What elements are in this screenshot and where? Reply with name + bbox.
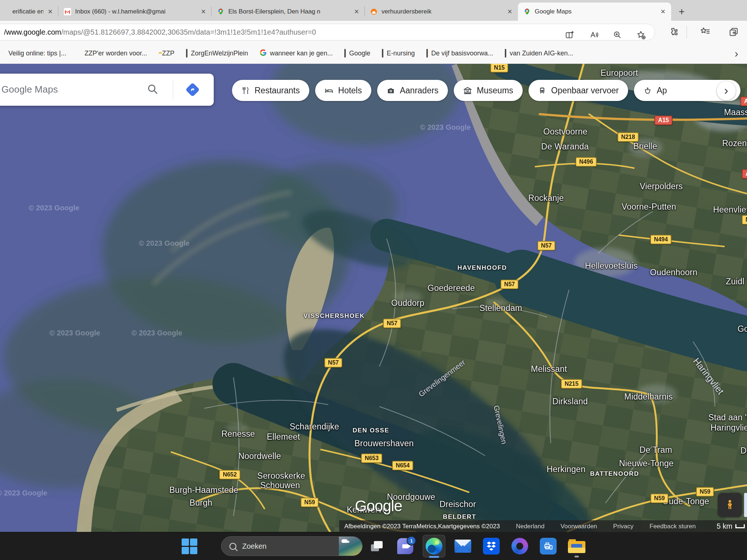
bookmark-zzp-er-worden-voor-[interactable]: ZZP'er worden voor...	[78, 50, 147, 57]
url-bar[interactable]: /www.google.com/maps/@51.8126697,3.88420…	[0, 24, 655, 40]
chip-hotels[interactable]: Hotels	[315, 80, 371, 101]
page-favicon-icon	[505, 50, 506, 57]
task-view-icon	[371, 541, 383, 551]
collections-icon[interactable]	[727, 24, 741, 39]
attribution-link-feedback-sturen[interactable]: Feedback sturen	[650, 523, 696, 530]
page-favicon-icon	[426, 50, 428, 57]
road-badge: N654	[392, 461, 413, 470]
map-canvas[interactable]: EuropoortMaassOostvoorneDe WarandaBriell…	[0, 64, 747, 532]
weather-widget[interactable]	[339, 537, 362, 556]
taskbar-search[interactable]: Zoeken	[221, 536, 363, 556]
chip-label: Openbaar vervoer	[551, 86, 619, 96]
tab-close-icon[interactable]: ×	[353, 8, 360, 16]
map-scale: 5 km	[717, 520, 745, 532]
road-badge: N652	[219, 470, 240, 479]
favorites-icon[interactable]	[698, 24, 712, 39]
start-button[interactable]	[178, 535, 200, 557]
map-city-label: De	[740, 446, 747, 456]
tab-close-icon[interactable]: ×	[200, 8, 206, 16]
tab-verhuurdersbereik[interactable]: verhuurdersbereik×	[365, 3, 518, 21]
map-city-label: Voorne-Putten	[622, 202, 676, 212]
bookmark-zzp[interactable]: ZZP	[159, 50, 174, 57]
map-area-label: VISSCHERSHOEK	[303, 312, 365, 320]
bookmark-de-vijf-basisvoorwa-[interactable]: De vijf basisvoorwa...	[426, 50, 493, 57]
microsoft-365-button[interactable]	[509, 535, 531, 557]
directions-button[interactable]	[185, 82, 200, 97]
map-city-label: Ellemeet	[267, 432, 300, 442]
task-view-button[interactable]	[366, 535, 388, 557]
map-water-label: Grevelingenmeer	[417, 358, 467, 399]
tab-close-icon[interactable]: ×	[47, 8, 53, 16]
chip-museums[interactable]: MMuseums	[454, 80, 523, 101]
attribution-text: Afbeeldingen ©2023 TerraMetrics,Kaartgeg…	[344, 523, 500, 530]
chip-restaurants[interactable]: Restaurants	[232, 80, 309, 101]
new-tab-button[interactable]: +	[675, 5, 689, 19]
map-city-label: Ouddorp	[391, 298, 425, 308]
taskbar-search-icon	[229, 543, 236, 550]
tab-els-borst-eilersplein-den-haag[interactable]: Els Borst-Eilersplein, Den Haag n×	[212, 3, 365, 21]
map-water-label: Grevelingen	[492, 405, 508, 445]
tab-inbox-660-w-l-hamelink-gmai[interactable]: Inbox (660) - w.l.hamelink@gmai×	[58, 3, 212, 21]
dots-favicon-icon	[78, 50, 81, 57]
page-favicon-icon	[382, 50, 383, 57]
active-app-indicator	[429, 556, 439, 558]
tab-erificatie-en-v[interactable]: erificatie en v×	[0, 3, 58, 21]
url-host: /www.google.com	[4, 28, 61, 36]
extensions-icon[interactable]	[666, 24, 681, 39]
map-city-label: Vierpolders	[640, 182, 683, 191]
bookmarks-overflow-chevron-icon[interactable]: ›	[735, 49, 738, 58]
chip-openbaar-vervoer[interactable]: Openbaar vervoer	[529, 80, 628, 101]
bookmark-veilig-online-tips-[interactable]: Veilig online: tips |...	[5, 50, 66, 57]
map-city-label: Brielle	[633, 141, 657, 151]
mail-button[interactable]	[452, 535, 474, 557]
pegman-control[interactable]	[718, 493, 742, 517]
google-logo: Google	[355, 497, 402, 515]
category-chips: RestaurantsHotelsAanradersMMuseumsOpenba…	[232, 80, 740, 101]
map-city-label: Haringvliet	[711, 423, 747, 433]
tab-close-icon[interactable]: ×	[660, 8, 666, 16]
road-badge: N59	[650, 494, 668, 503]
split-screen-icon[interactable]	[562, 28, 577, 42]
maps-search-input[interactable]: Google Maps	[1, 84, 58, 95]
road-badge: A2	[740, 97, 747, 106]
map-city-label: Heenvliet	[713, 205, 747, 215]
search-icon[interactable]	[147, 83, 158, 96]
chip-aanraders[interactable]: Aanraders	[377, 80, 448, 101]
zoom-icon[interactable]	[610, 28, 625, 42]
map-city-label: Dirksland	[552, 397, 588, 407]
bookmark-google[interactable]: Google	[344, 50, 370, 57]
attribution-link-nederland[interactable]: Nederland	[516, 523, 544, 530]
bookmark-label: E-nursing	[387, 50, 415, 57]
map-city-label: De Tram	[639, 445, 672, 455]
tab-google-maps[interactable]: Google Maps×	[518, 3, 671, 21]
bookmark-e-nursing[interactable]: E-nursing	[382, 50, 415, 57]
devices-app-button[interactable]	[537, 535, 559, 557]
bookmark-zorgenwelzijnplein[interactable]: ZorgEnWelzijnPlein	[186, 50, 248, 57]
url-text[interactable]: /www.google.com/maps/@51.8126697,3.88420…	[4, 28, 529, 36]
attribution-link-privacy[interactable]: Privacy	[613, 523, 634, 530]
bookmark-label: Veilig online: tips |...	[8, 50, 66, 57]
map-area-label: HAVENHOOFD	[457, 264, 507, 272]
file-explorer-button[interactable]	[566, 535, 588, 557]
map-city-label: Schouwen	[260, 481, 300, 490]
dropbox-button[interactable]	[480, 535, 502, 557]
attribution-link-voorwaarden[interactable]: Voorwaarden	[561, 523, 597, 530]
tab-title: Google Maps	[535, 8, 656, 15]
map-city-label: Oostvoorne	[543, 127, 588, 137]
bookmarks-bar: Veilig online: tips |...ZZP'er worden vo…	[0, 43, 747, 64]
read-aloud-icon[interactable]	[587, 28, 602, 42]
copyright-watermark: © 2023 Google	[131, 329, 182, 337]
address-toolbar: /www.google.com/maps/@51.8126697,3.88420…	[0, 21, 747, 43]
teams-chat-button[interactable]: 1	[394, 535, 416, 557]
chips-next-button[interactable]: ›	[717, 81, 736, 100]
notification-badge: 1	[407, 536, 416, 545]
tab-close-icon[interactable]: ×	[507, 8, 513, 16]
minimap-button[interactable]	[744, 493, 747, 517]
road-badge: N15	[490, 64, 508, 73]
map-city-label: Maass	[724, 108, 747, 117]
bookmark-wanneer-kan-je-gen-[interactable]: wanneer kan je gen...	[260, 49, 333, 58]
add-favorite-icon[interactable]	[634, 28, 649, 42]
bookmark-van-zuiden-aig-ken-[interactable]: van Zuiden AIG-ken...	[505, 50, 573, 57]
edge-browser-button[interactable]	[423, 535, 445, 557]
running-app-indicator	[574, 556, 579, 557]
